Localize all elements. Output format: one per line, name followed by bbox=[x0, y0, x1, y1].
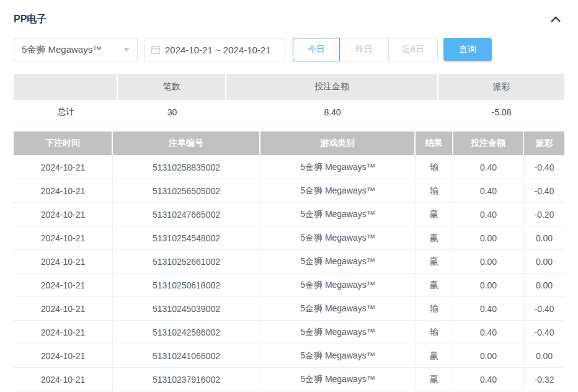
col-header-game: 游戏类别 bbox=[260, 131, 416, 156]
quick-date-button-group: 今日 昨日 近8日 bbox=[293, 38, 438, 61]
col-header-result: 结果 bbox=[416, 131, 453, 156]
summary-count-value: 30 bbox=[118, 100, 226, 125]
col-header-payout: 派彩 bbox=[524, 131, 564, 156]
cell-time: 2024-10-21 bbox=[14, 344, 113, 368]
collapse-button[interactable] bbox=[547, 15, 564, 24]
panel-header: PP电子 bbox=[14, 14, 564, 25]
summary-header-row: 笔数 投注金额 派彩 bbox=[14, 74, 564, 100]
cell-game: 5金狮 Megaways™ bbox=[260, 274, 416, 297]
cell-order-id: 51310245039002 bbox=[113, 297, 260, 321]
summary-header-bet-amount: 投注金额 bbox=[226, 74, 438, 100]
cell-order-id: 51310250618002 bbox=[113, 274, 260, 297]
cell-order-id: 51310252661002 bbox=[113, 250, 260, 274]
cell-result: 赢 bbox=[416, 203, 453, 226]
cell-time: 2024-10-21 bbox=[14, 203, 113, 226]
cell-result: 输 bbox=[416, 321, 453, 344]
cell-game: 5金狮 Megaways™ bbox=[260, 156, 416, 179]
pp-electronic-panel: PP电子 5金狮 Megaways™ 2024-10-21 ~ 2024-10-… bbox=[0, 0, 578, 392]
col-header-time: 下注时间 bbox=[14, 131, 113, 156]
cell-bet: 0.00 bbox=[453, 344, 524, 368]
cell-game: 5金狮 Megaways™ bbox=[260, 179, 416, 203]
cell-order-id: 51310254548002 bbox=[113, 226, 260, 250]
date-range-value: 2024-10-21 ~ 2024-10-21 bbox=[165, 45, 271, 55]
cell-result: 输 bbox=[416, 297, 453, 321]
cell-result: 输 bbox=[416, 156, 453, 179]
summary-header-empty bbox=[14, 74, 118, 100]
calendar-icon bbox=[151, 45, 161, 55]
table-row: 2024-10-21 51310250618002 5金狮 Megaways™ … bbox=[14, 274, 564, 297]
date-range-input[interactable]: 2024-10-21 ~ 2024-10-21 bbox=[144, 38, 285, 61]
cell-game: 5金狮 Megaways™ bbox=[260, 321, 416, 344]
cell-time: 2024-10-21 bbox=[14, 321, 113, 344]
cell-time: 2024-10-21 bbox=[14, 179, 113, 203]
cell-time: 2024-10-21 bbox=[14, 250, 113, 274]
cell-payout: -0.20 bbox=[524, 203, 564, 226]
table-row: 2024-10-21 51310258835002 5金狮 Megaways™ … bbox=[14, 156, 564, 179]
quick-button-today[interactable]: 今日 bbox=[293, 38, 340, 61]
cell-time: 2024-10-21 bbox=[14, 226, 113, 250]
cell-order-id: 51310242586002 bbox=[113, 321, 260, 344]
cell-order-id: 51310237916002 bbox=[113, 368, 260, 391]
table-row: 2024-10-21 51310252661002 5金狮 Megaways™ … bbox=[14, 250, 564, 274]
cell-bet: 0.00 bbox=[453, 250, 524, 274]
cell-order-id: 51310258835002 bbox=[113, 156, 260, 179]
cell-bet: 0.00 bbox=[453, 274, 524, 297]
cell-payout: -0.40 bbox=[524, 321, 564, 344]
game-select[interactable]: 5金狮 Megaways™ bbox=[14, 38, 138, 61]
caret-down-icon bbox=[123, 48, 130, 51]
summary-total-row: 总计 30 8.40 -5.08 bbox=[14, 100, 564, 125]
table-row: 2024-10-21 51310245039002 5金狮 Megaways™ … bbox=[14, 297, 564, 321]
chevron-up-icon bbox=[549, 15, 562, 24]
cell-payout: 0.00 bbox=[524, 274, 564, 297]
cell-payout: -0.32 bbox=[524, 368, 564, 391]
game-select-value: 5金狮 Megaways™ bbox=[22, 44, 120, 56]
summary-bet-amount-value: 8.40 bbox=[226, 100, 438, 125]
cell-bet: 0.40 bbox=[453, 179, 524, 203]
cell-bet: 0.40 bbox=[453, 297, 524, 321]
cell-order-id: 51310241066002 bbox=[113, 344, 260, 368]
bet-table-header-row: 下注时间 注单编号 游戏类别 结果 投注金额 派彩 bbox=[14, 131, 564, 156]
cell-order-id: 51310256505002 bbox=[113, 179, 260, 203]
summary-payout-value: -5.08 bbox=[438, 100, 564, 125]
table-row: 2024-10-21 51310247665002 5金狮 Megaways™ … bbox=[14, 203, 564, 226]
quick-button-yesterday[interactable]: 昨日 bbox=[339, 38, 389, 61]
cell-time: 2024-10-21 bbox=[14, 368, 113, 391]
query-button[interactable]: 查询 bbox=[443, 38, 492, 61]
filter-row: 5金狮 Megaways™ 2024-10-21 ~ 2024-10-21 今日… bbox=[14, 38, 564, 61]
summary-header-payout: 派彩 bbox=[438, 74, 564, 100]
cell-payout: -0.40 bbox=[524, 297, 564, 321]
cell-game: 5金狮 Megaways™ bbox=[260, 344, 416, 368]
cell-payout: 0.00 bbox=[524, 226, 564, 250]
cell-bet: 0.40 bbox=[453, 321, 524, 344]
quick-button-last8days[interactable]: 近8日 bbox=[388, 38, 438, 61]
summary-total-label: 总计 bbox=[14, 100, 118, 125]
bet-table: 下注时间 注单编号 游戏类别 结果 投注金额 派彩 2024-10-21 513… bbox=[14, 131, 564, 391]
table-row: 2024-10-21 51310242586002 5金狮 Megaways™ … bbox=[14, 321, 564, 344]
cell-bet: 0.00 bbox=[453, 226, 524, 250]
cell-bet: 0.40 bbox=[453, 156, 524, 179]
cell-game: 5金狮 Megaways™ bbox=[260, 297, 416, 321]
cell-result: 赢 bbox=[416, 226, 453, 250]
cell-time: 2024-10-21 bbox=[14, 156, 113, 179]
cell-game: 5金狮 Megaways™ bbox=[260, 226, 416, 250]
cell-order-id: 51310247665002 bbox=[113, 203, 260, 226]
table-row: 2024-10-21 51310237916002 5金狮 Megaways™ … bbox=[14, 368, 564, 391]
table-row: 2024-10-21 51310256505002 5金狮 Megaways™ … bbox=[14, 179, 564, 203]
table-row: 2024-10-21 51310254548002 5金狮 Megaways™ … bbox=[14, 226, 564, 250]
bet-table-body: 2024-10-21 51310258835002 5金狮 Megaways™ … bbox=[14, 156, 564, 391]
table-row: 2024-10-21 51310241066002 5金狮 Megaways™ … bbox=[14, 344, 564, 368]
cell-result: 赢 bbox=[416, 250, 453, 274]
cell-bet: 0.40 bbox=[453, 203, 524, 226]
cell-payout: 0.00 bbox=[524, 344, 564, 368]
cell-result: 赢 bbox=[416, 344, 453, 368]
cell-result: 赢 bbox=[416, 274, 453, 297]
cell-game: 5金狮 Megaways™ bbox=[260, 203, 416, 226]
cell-time: 2024-10-21 bbox=[14, 297, 113, 321]
summary-header-count: 笔数 bbox=[118, 74, 226, 100]
cell-game: 5金狮 Megaways™ bbox=[260, 368, 416, 391]
col-header-bet: 投注金额 bbox=[453, 131, 524, 156]
cell-bet: 0.40 bbox=[453, 368, 524, 391]
page-title: PP电子 bbox=[14, 13, 47, 26]
cell-game: 5金狮 Megaways™ bbox=[260, 250, 416, 274]
col-header-order-id: 注单编号 bbox=[113, 131, 260, 156]
